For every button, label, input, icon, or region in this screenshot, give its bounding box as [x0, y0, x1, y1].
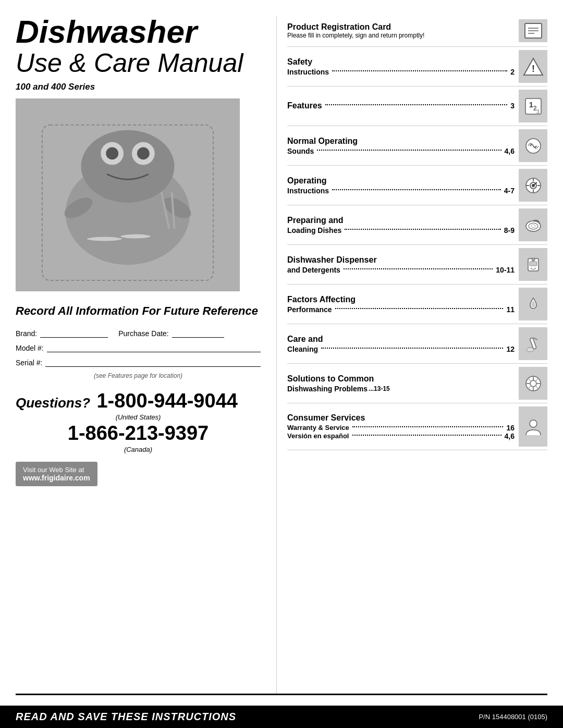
toc-normal-sounds-icon [519, 129, 547, 162]
toc-consumer-espanol-page: 4,6 [505, 432, 515, 440]
toc-solutions-text: Solutions to Common Dishwashing Problems… [287, 367, 519, 400]
toc-consumer-text: Consumer Services Warranty & Service 16 … [287, 406, 519, 447]
toc-features-dots-line: Features 3 [287, 101, 515, 112]
svg-point-52 [530, 420, 537, 427]
toc-factors: Factors Affecting Performance 11 [287, 285, 547, 324]
toc-normal-sounds-text: Normal Operating Sounds 4,6 [287, 129, 519, 162]
toc-consumer-espanol-line: Versión en español 4,6 [287, 432, 515, 440]
toc-solutions-title: Solutions to Common [287, 374, 515, 385]
toc-operating-icon [519, 169, 547, 202]
toc-features: Features 3 1 2 3 [287, 87, 547, 126]
toc-care-text: Care and Cleaning 12 [287, 327, 519, 360]
toc-safety-subtitle: Instructions [287, 68, 329, 76]
toc-operating-title: Operating [287, 176, 515, 187]
website-visit-label: Visit our Web Site at [23, 466, 84, 474]
toc-normal-sounds: Normal Operating Sounds 4,6 [287, 126, 547, 166]
toc-dispenser-dots [344, 268, 493, 269]
toc-operating-page: 4-7 [504, 187, 515, 195]
toc-normal-sounds-title: Normal Operating [287, 136, 515, 147]
toc-features-dots [325, 104, 508, 105]
page-wrapper: Dishwasher Use & Care Manual 100 and 400… [0, 0, 563, 728]
record-section: Record All Information For Future Refere… [16, 304, 261, 379]
toc-care-dots [321, 348, 503, 349]
model-line [47, 343, 261, 352]
title-dishwasher: Dishwasher [16, 16, 261, 48]
toc-consumer: Consumer Services Warranty & Service 16 … [287, 403, 547, 450]
toc-care-icon [519, 327, 547, 360]
toc-factors-dots-line: Performance 11 [287, 305, 515, 314]
svg-text:1: 1 [529, 101, 533, 109]
toc-preparing: Preparing and Loading Dishes 8-9 [287, 205, 547, 245]
toc-consumer-title: Consumer Services [287, 413, 515, 424]
svg-point-6 [137, 147, 150, 159]
phone-number-us: 1-800-944-9044 [96, 390, 237, 412]
toc-solutions-subtitle: Dishwashing Problems [287, 385, 368, 393]
toc-consumer-espanol-label: Versión en español [287, 432, 349, 440]
toc-consumer-espanol-dots [352, 435, 501, 436]
toc-features-icon: 1 2 3 [519, 90, 547, 122]
serial-label: Serial #: [16, 359, 42, 367]
toc-operating-dots [332, 189, 501, 190]
toc-safety-title: Safety [287, 57, 515, 68]
svg-text:3: 3 [536, 109, 540, 115]
form-row-brand: Brand: Purchase Date: [16, 328, 261, 338]
record-heading: Record All Information For Future Refere… [16, 304, 261, 319]
phone-country-ca: (Canada) [16, 446, 261, 453]
toc-preparing-icon [519, 208, 547, 241]
reg-card-text: Product Registration Card Please fill in… [287, 22, 519, 39]
toc-features-page: 3 [510, 102, 515, 110]
reg-card-icon [519, 19, 547, 42]
toc-consumer-warranty-dots [352, 426, 504, 427]
toc-consumer-warranty-page: 16 [506, 424, 515, 432]
toc-preparing-title: Preparing and [287, 215, 515, 226]
brand-group: Brand: [16, 328, 108, 338]
website-box: Visit our Web Site at www.frigidaire.com [16, 462, 97, 486]
svg-point-33 [526, 221, 541, 231]
toc-normal-sounds-subtitle: Sounds [287, 147, 314, 155]
dishwasher-image [16, 98, 240, 291]
bottom-bar: READ AND SAVE THESE INSTRUCTIONS P/N 154… [0, 706, 563, 728]
phone-country-us: (United States) [16, 413, 261, 421]
questions-row: Questions? 1-800-944-9044 [16, 390, 261, 412]
svg-point-38 [532, 258, 535, 261]
toc-care-subtitle: Cleaning [287, 345, 318, 353]
svg-point-10 [120, 234, 151, 239]
toc-consumer-warranty-label: Warranty & Service [287, 424, 349, 431]
questions-section: Questions? 1-800-944-9044 (United States… [16, 390, 261, 486]
toc-factors-text: Factors Affecting Performance 11 [287, 288, 519, 320]
reg-card-subtitle: Please fill in completely, sign and retu… [287, 32, 519, 39]
toc-care: Care and Cleaning 12 [287, 324, 547, 364]
see-features-note: (see Features page for location) [16, 372, 261, 379]
right-column: Product Registration Card Please fill in… [276, 16, 547, 694]
svg-line-41 [533, 338, 537, 340]
toc-normal-sounds-page: 4,6 [505, 147, 515, 155]
toc-preparing-page: 8-9 [504, 226, 515, 235]
toc-dispenser: Dishwasher Dispenser and Detergents 10-1… [287, 245, 547, 285]
left-column: Dishwasher Use & Care Manual 100 and 400… [16, 16, 276, 694]
toc-operating-dots-line: Instructions 4-7 [287, 187, 515, 195]
bottom-bar-text: READ AND SAVE THESE INSTRUCTIONS [16, 711, 236, 723]
toc-preparing-dots [345, 229, 501, 230]
toc-preparing-dots-line: Loading Dishes 8-9 [287, 226, 515, 235]
svg-rect-37 [530, 262, 537, 266]
toc-solutions-page: ...13-15 [369, 385, 390, 392]
questions-label: Questions? [16, 395, 90, 411]
toc-dispenser-page: 10-11 [496, 266, 515, 274]
purchase-date-label: Purchase Date: [118, 329, 169, 338]
serial-line [45, 357, 261, 367]
series-label: 100 and 400 Series [16, 82, 261, 92]
title-use-care: Use & Care Manual [16, 49, 261, 78]
toc-factors-dots [335, 308, 504, 309]
toc-dispenser-dots-line: and Detergents 10-11 [287, 266, 515, 274]
form-serial-row: Serial #: [16, 357, 261, 367]
toc-preparing-text: Preparing and Loading Dishes 8-9 [287, 208, 519, 241]
toc-solutions-dots-line: Dishwashing Problems ...13-15 [287, 385, 515, 393]
svg-point-9 [86, 237, 123, 242]
toc-dispenser-title: Dishwasher Dispenser [287, 255, 515, 266]
form-model-row: Model #: [16, 343, 261, 352]
toc-care-dots-line: Cleaning 12 [287, 345, 515, 353]
divider-line [16, 694, 547, 695]
toc-solutions: Solutions to Common Dishwashing Problems… [287, 364, 547, 403]
svg-point-2 [81, 130, 174, 203]
toc-care-page: 12 [506, 345, 515, 353]
